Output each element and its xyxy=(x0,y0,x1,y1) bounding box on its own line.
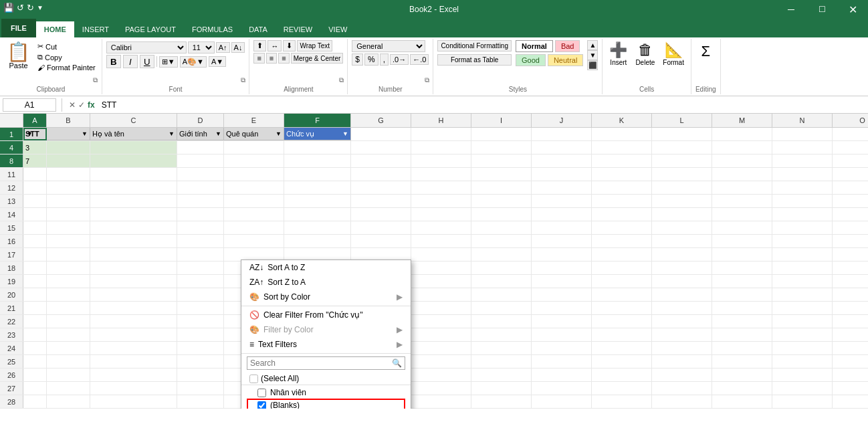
cell-D16[interactable] xyxy=(177,235,224,247)
cell-N25[interactable] xyxy=(772,355,833,368)
confirm-formula-icon[interactable]: ✓ xyxy=(78,100,85,110)
cell-I27[interactable] xyxy=(471,382,532,395)
cell-D17[interactable] xyxy=(177,248,224,261)
cell-C21[interactable] xyxy=(90,302,177,314)
cell-C23[interactable] xyxy=(90,328,177,341)
cell-K14[interactable] xyxy=(592,208,652,221)
cell-O13[interactable] xyxy=(833,195,868,207)
cell-H22[interactable] xyxy=(411,315,471,328)
cell-L20[interactable] xyxy=(652,288,712,301)
cell-C19[interactable] xyxy=(90,275,177,288)
cell-L27[interactable] xyxy=(652,382,712,395)
cell-H18[interactable] xyxy=(411,261,471,274)
clipboard-expander[interactable]: ⧉ xyxy=(91,76,100,85)
cell-A19[interactable] xyxy=(23,275,47,288)
cell-D22[interactable] xyxy=(177,315,224,328)
cell-B26[interactable] xyxy=(47,368,90,381)
text-filters[interactable]: ≡ Text Filters ▶ xyxy=(241,337,411,352)
cell-D26[interactable] xyxy=(177,368,224,381)
currency-button[interactable]: $ xyxy=(352,54,363,66)
cell-K12[interactable] xyxy=(592,181,652,194)
cell-K16[interactable] xyxy=(592,235,652,247)
cell-M24[interactable] xyxy=(712,342,772,354)
font-family-select[interactable]: Calibri xyxy=(106,41,187,54)
clear-filter[interactable]: 🚫 Clear Filter From "Chức vụ" xyxy=(241,308,411,322)
tab-page-layout[interactable]: PAGE LAYOUT xyxy=(117,21,184,37)
merge-center-button[interactable]: Merge & Center xyxy=(291,53,344,64)
cell-O16[interactable] xyxy=(833,235,868,247)
cell-N17[interactable] xyxy=(772,248,833,261)
cell-c8[interactable] xyxy=(90,154,177,167)
cell-M15[interactable] xyxy=(712,221,772,234)
tab-insert[interactable]: INSERT xyxy=(74,21,117,37)
cell-I22[interactable] xyxy=(471,315,532,328)
cell-h1[interactable] xyxy=(411,128,471,140)
cell-M11[interactable] xyxy=(712,168,772,181)
increase-decimal-button[interactable]: .0→ xyxy=(390,54,409,65)
cell-L22[interactable] xyxy=(652,315,712,328)
cell-A26[interactable] xyxy=(23,368,47,381)
cell-N14[interactable] xyxy=(772,208,833,221)
cell-K17[interactable] xyxy=(592,248,652,261)
undo-icon[interactable]: ↺ xyxy=(17,3,24,13)
cell-N19[interactable] xyxy=(772,275,833,288)
cell-H27[interactable] xyxy=(411,382,471,395)
cell-D13[interactable] xyxy=(177,195,224,207)
cell-J22[interactable] xyxy=(532,315,592,328)
cell-e8[interactable] xyxy=(224,154,284,167)
cell-D19[interactable] xyxy=(177,275,224,288)
align-center-button[interactable]: ≡ xyxy=(266,53,277,64)
blanks-checkbox[interactable] xyxy=(257,401,266,409)
cell-H13[interactable] xyxy=(411,195,471,207)
delete-button[interactable]: 🗑 Delete xyxy=(633,40,657,68)
cell-K21[interactable] xyxy=(592,302,652,314)
cell-f8[interactable] xyxy=(284,154,351,167)
cell-L19[interactable] xyxy=(652,275,712,288)
col-header-k[interactable]: K xyxy=(592,114,652,127)
cell-H28[interactable] xyxy=(411,395,471,408)
cell-L21[interactable] xyxy=(652,302,712,314)
cell-L23[interactable] xyxy=(652,328,712,341)
row-number-16[interactable]: 16 xyxy=(0,235,23,247)
font-increase-button[interactable]: A↑ xyxy=(216,42,230,53)
cell-L28[interactable] xyxy=(652,395,712,408)
cell-A13[interactable] xyxy=(23,195,47,207)
format-button[interactable]: 📐 Format xyxy=(660,40,687,68)
cell-L16[interactable] xyxy=(652,235,712,247)
cell-A11[interactable] xyxy=(23,168,47,181)
cell-I26[interactable] xyxy=(471,368,532,381)
cell-O28[interactable] xyxy=(833,395,868,408)
cell-E12[interactable] xyxy=(224,181,284,194)
cell-I16[interactable] xyxy=(471,235,532,247)
cell-I21[interactable] xyxy=(471,302,532,314)
cell-C22[interactable] xyxy=(90,315,177,328)
cell-J16[interactable] xyxy=(532,235,592,247)
cell-B14[interactable] xyxy=(47,208,90,221)
col-header-d[interactable]: D xyxy=(177,114,224,127)
cell-e4[interactable] xyxy=(224,141,284,154)
cell-M20[interactable] xyxy=(712,288,772,301)
cell-B17[interactable] xyxy=(47,248,90,261)
cell-B20[interactable] xyxy=(47,288,90,301)
cell-C24[interactable] xyxy=(90,342,177,354)
cell-O21[interactable] xyxy=(833,302,868,314)
cell-O25[interactable] xyxy=(833,355,868,368)
cell-L26[interactable] xyxy=(652,368,712,381)
cell-O17[interactable] xyxy=(833,248,868,261)
cell-N20[interactable] xyxy=(772,288,833,301)
cell-N27[interactable] xyxy=(772,382,833,395)
cell-n1[interactable] xyxy=(772,128,833,140)
cell-J20[interactable] xyxy=(532,288,592,301)
paste-button[interactable]: 📋 Paste xyxy=(4,40,33,72)
cell-B28[interactable] xyxy=(47,395,90,408)
cell-A24[interactable] xyxy=(23,342,47,354)
close-button[interactable]: ✕ xyxy=(837,0,868,19)
cell-D27[interactable] xyxy=(177,382,224,395)
tab-data[interactable]: DATA xyxy=(241,21,276,37)
bold-button[interactable]: B xyxy=(106,55,121,68)
cell-f4[interactable] xyxy=(284,141,351,154)
cell-H12[interactable] xyxy=(411,181,471,194)
cell-A14[interactable] xyxy=(23,208,47,221)
cell-J26[interactable] xyxy=(532,368,592,381)
cell-O15[interactable] xyxy=(833,221,868,234)
